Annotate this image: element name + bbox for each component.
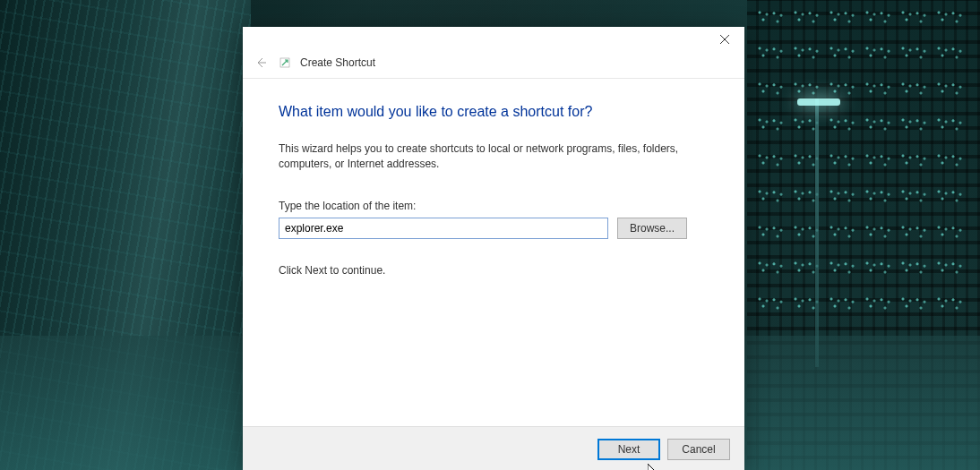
continue-instruction: Click Next to continue. xyxy=(279,264,709,277)
wallpaper-windows xyxy=(756,9,971,322)
cancel-button[interactable]: Cancel xyxy=(667,439,730,460)
wallpaper-streetlight xyxy=(815,98,819,367)
shortcut-icon xyxy=(279,56,291,69)
close-icon xyxy=(720,35,729,44)
back-arrow-icon xyxy=(254,56,267,69)
dialog-header: Create Shortcut xyxy=(243,52,744,79)
create-shortcut-dialog: Create Shortcut What item would you like… xyxy=(243,27,744,470)
dialog-content: What item would you like to create a sho… xyxy=(243,79,744,426)
location-field-row: Browse... xyxy=(279,218,709,239)
back-button[interactable] xyxy=(252,54,270,72)
next-button[interactable]: Next xyxy=(597,439,660,460)
browse-button[interactable]: Browse... xyxy=(617,218,687,239)
close-button[interactable] xyxy=(705,27,744,52)
titlebar xyxy=(243,27,744,52)
main-heading: What item would you like to create a sho… xyxy=(279,104,709,120)
location-input[interactable] xyxy=(279,218,608,239)
dialog-title: Create Shortcut xyxy=(300,56,375,69)
dialog-footer: Next Cancel xyxy=(243,426,744,470)
location-label: Type the location of the item: xyxy=(279,200,709,212)
description-text: This wizard helps you to create shortcut… xyxy=(279,141,709,173)
